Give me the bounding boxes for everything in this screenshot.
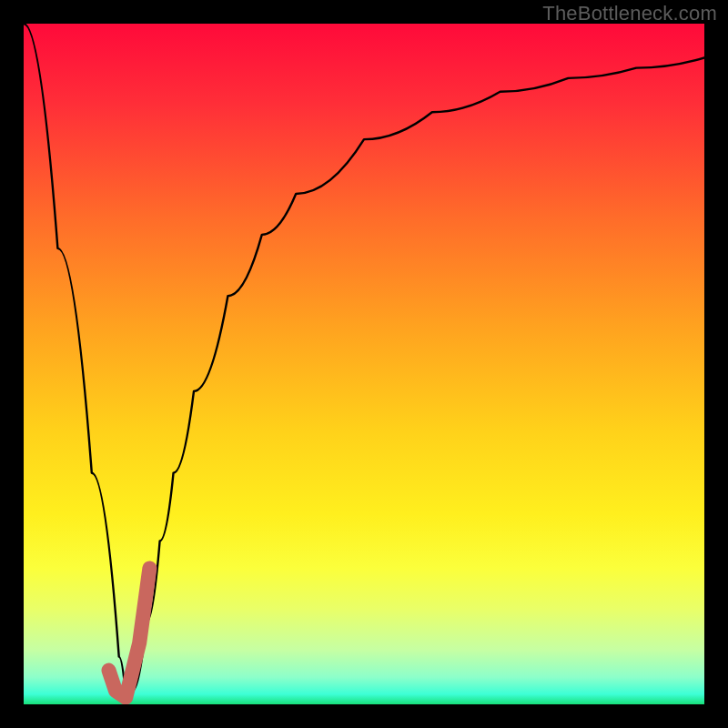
watermark-text: TheBottleneck.com — [542, 2, 717, 25]
chart-frame: TheBottleneck.com — [0, 0, 728, 728]
highlight-segment — [109, 568, 150, 697]
chart-canvas — [24, 24, 704, 704]
bottleneck-curve — [24, 24, 704, 698]
plot-area — [24, 24, 704, 704]
